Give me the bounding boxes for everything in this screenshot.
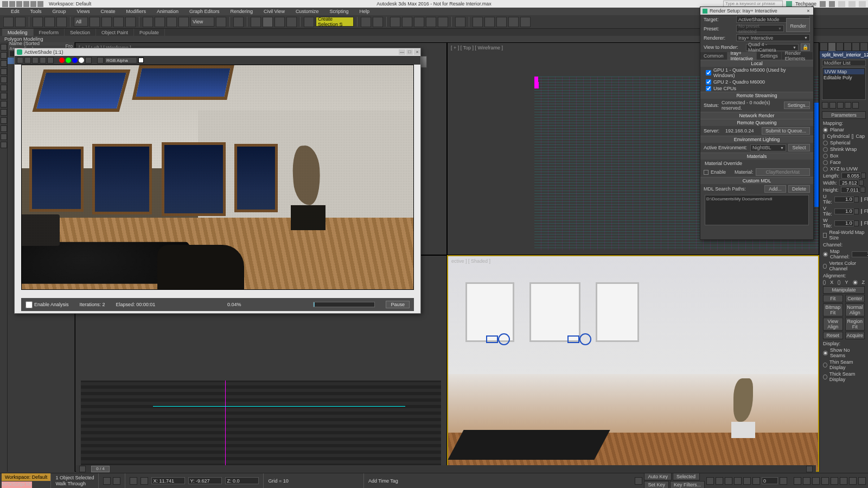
- snap2-icon[interactable]: [113, 477, 120, 485]
- show-end-result-icon[interactable]: [829, 102, 836, 109]
- uflip-check[interactable]: [861, 197, 862, 202]
- rs-env-header[interactable]: Environment Lighting: [700, 136, 813, 143]
- render-iterative-button[interactable]: [508, 17, 519, 27]
- menu-help[interactable]: Help: [354, 9, 375, 14]
- comm-icon[interactable]: [635, 477, 642, 485]
- se-cameras-icon[interactable]: [1, 85, 7, 91]
- as-save-icon[interactable]: [17, 57, 23, 64]
- select-button[interactable]: [90, 17, 100, 27]
- width-spinner[interactable]: [859, 180, 864, 186]
- as-blue-dot[interactable]: [72, 58, 78, 63]
- map-face-radio[interactable]: [823, 160, 828, 165]
- se-hidden-icon[interactable]: [1, 142, 7, 148]
- renderer-dropdown[interactable]: Iray+ Interactive: [736, 34, 810, 41]
- camera-gizmo-1[interactable]: [486, 332, 510, 344]
- pivot-button[interactable]: [216, 17, 226, 27]
- align-y-radio[interactable]: [838, 280, 840, 285]
- se-bones-icon[interactable]: [1, 109, 7, 116]
- menu-civilview[interactable]: Civil View: [258, 9, 290, 14]
- pan-icon[interactable]: [831, 477, 838, 485]
- time-slider[interactable]: 0 / 4: [76, 465, 816, 473]
- play-icon[interactable]: [725, 477, 732, 485]
- active-env-dropdown[interactable]: NightIBL: [750, 144, 786, 151]
- autokey-button[interactable]: Auto Key: [644, 473, 672, 480]
- app-icon[interactable]: [2, 1, 8, 7]
- cmd-tab-create[interactable]: [820, 42, 828, 51]
- mirror-button[interactable]: [361, 17, 371, 27]
- rs-tab-settings[interactable]: Settings: [757, 52, 782, 60]
- wtile-input[interactable]: [834, 220, 854, 226]
- cmd-tab-display[interactable]: [852, 42, 860, 51]
- time-prev-icon[interactable]: [79, 466, 86, 472]
- selection-filter[interactable]: All: [74, 17, 88, 27]
- activeshade-min[interactable]: —: [399, 49, 405, 55]
- minimize-button[interactable]: [838, 1, 845, 7]
- manipulate-button[interactable]: [233, 17, 244, 27]
- bind-button[interactable]: [56, 17, 67, 27]
- rs-tab-iray[interactable]: Iray+ Interactive: [727, 52, 757, 60]
- selectname-button[interactable]: [101, 17, 112, 27]
- rs-remotequeue-header[interactable]: Remote Queueing: [700, 119, 813, 126]
- make-unique-icon[interactable]: [837, 102, 844, 109]
- se-helpers-icon[interactable]: [1, 93, 7, 99]
- se-xref-icon[interactable]: [1, 125, 7, 132]
- rs-remotestream-header[interactable]: Remote Streaming: [700, 92, 813, 99]
- goto-start-icon[interactable]: [706, 477, 714, 485]
- normalalign-button[interactable]: Normal Align: [845, 303, 865, 316]
- help-icon[interactable]: [829, 1, 835, 7]
- rotate-button[interactable]: [155, 17, 165, 27]
- mapchannel-radio[interactable]: [823, 252, 828, 257]
- menu-customize[interactable]: Customize: [290, 9, 324, 14]
- as-alpha-icon[interactable]: [85, 57, 92, 64]
- vertexcolor-radio[interactable]: [823, 264, 827, 269]
- rs-mdl-header[interactable]: Custom MDL: [700, 178, 813, 184]
- disp-noseams-radio[interactable]: [823, 351, 828, 356]
- current-frame-input[interactable]: 0: [762, 477, 778, 484]
- pin-stack-icon[interactable]: [822, 102, 828, 109]
- keyselection-dropdown[interactable]: Selected: [673, 473, 700, 480]
- menu-grapheditors[interactable]: Graph Editors: [184, 9, 225, 14]
- mat-enable-check[interactable]: [704, 170, 709, 175]
- prev-frame-icon[interactable]: [716, 477, 723, 485]
- render-button[interactable]: [496, 17, 507, 27]
- redo-icon[interactable]: [37, 1, 43, 7]
- orbit-icon[interactable]: [840, 477, 847, 485]
- zoom-icon[interactable]: [794, 477, 801, 485]
- coord-x[interactable]: X: 11.741: [151, 477, 185, 484]
- length-spinner[interactable]: [861, 173, 866, 179]
- se-filter-icon[interactable]: [1, 52, 7, 59]
- se-display-icon[interactable]: [1, 44, 7, 50]
- se-geom-icon[interactable]: [1, 60, 7, 67]
- pause-button[interactable]: Pause: [386, 301, 410, 308]
- map-box-radio[interactable]: [823, 154, 828, 159]
- ribbon-tab-objectpaint[interactable]: Object Paint: [96, 29, 134, 36]
- vp-tr-label[interactable]: [ + ] [ Top ] [ Wireframe ]: [451, 45, 503, 50]
- signin-icon[interactable]: [786, 1, 792, 7]
- cap-check[interactable]: [852, 134, 853, 139]
- gpu1-check[interactable]: [706, 70, 711, 75]
- render-button-big[interactable]: Render: [786, 18, 810, 32]
- rendered-frame-button[interactable]: [484, 17, 495, 27]
- window-cross-button[interactable]: [125, 17, 136, 27]
- cmd-tab-modify[interactable]: [828, 42, 836, 51]
- modifier-stack[interactable]: UVW Map Editable Poly: [822, 67, 866, 100]
- rectangle-select-button[interactable]: [113, 17, 124, 27]
- curve-editor-button[interactable]: [426, 17, 436, 27]
- height-spinner[interactable]: [860, 187, 865, 193]
- as-green-dot[interactable]: [66, 58, 71, 63]
- remove-modifier-icon[interactable]: [845, 102, 851, 109]
- render-setup-dialog[interactable]: Render Setup: Iray+ Interactive × Target…: [700, 7, 814, 240]
- maxscript-listener[interactable]: MAXScript Mi: [2, 481, 32, 488]
- activeshade-window[interactable]: ActiveShade (1:1) — □ × RGB Alpha: [14, 48, 421, 314]
- menu-modifiers[interactable]: Modifiers: [120, 9, 151, 14]
- bitmapfit-button[interactable]: Bitmap Fit: [823, 303, 843, 316]
- time-next-icon[interactable]: [806, 466, 813, 472]
- cmd-tab-hierarchy[interactable]: [836, 42, 844, 51]
- activeshade-viewport[interactable]: [21, 65, 414, 290]
- rs-titlebar[interactable]: Render Setup: Iray+ Interactive ×: [700, 7, 813, 15]
- cmd-tab-utilities[interactable]: [860, 42, 868, 51]
- submit-queue-button[interactable]: Submit to Queue...: [762, 127, 810, 135]
- map-cyl-radio[interactable]: [823, 134, 825, 139]
- menu-group[interactable]: Group: [47, 9, 72, 14]
- width-input[interactable]: [839, 180, 859, 186]
